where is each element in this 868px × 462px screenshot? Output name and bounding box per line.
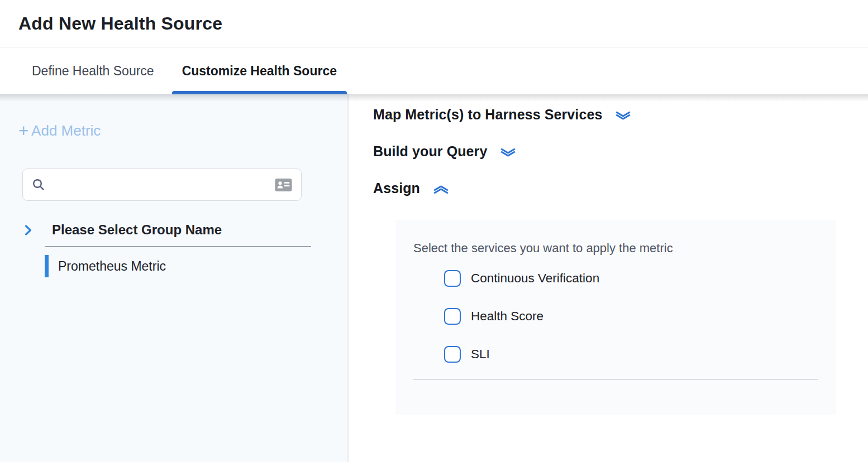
plus-icon: + bbox=[18, 122, 28, 139]
sidebar: + Add Metric bbox=[0, 94, 349, 462]
metric-search-box bbox=[22, 169, 302, 201]
assign-panel: Select the services you want to apply th… bbox=[395, 220, 836, 415]
tab-customize-health-source[interactable]: Customize Health Source bbox=[172, 47, 347, 94]
option-health-score[interactable]: Health Score bbox=[444, 307, 836, 325]
search-input[interactable] bbox=[52, 177, 268, 192]
assign-prompt: Select the services you want to apply th… bbox=[413, 241, 836, 256]
metric-name-label: Prometheus Metric bbox=[58, 259, 166, 274]
option-label: Health Score bbox=[471, 309, 543, 324]
sli-checkbox[interactable] bbox=[444, 346, 461, 363]
group-divider bbox=[45, 246, 311, 247]
section-assign[interactable]: Assign bbox=[373, 180, 868, 196]
panel-divider bbox=[413, 379, 818, 380]
section-build-your-query[interactable]: Build your Query bbox=[373, 143, 868, 160]
option-continuous-verification[interactable]: Continuous Verification bbox=[444, 270, 836, 287]
search-icon bbox=[32, 178, 45, 191]
section-title: Build your Query bbox=[373, 143, 487, 160]
continuous-verification-checkbox[interactable] bbox=[444, 270, 461, 287]
add-metric-label: Add Metric bbox=[31, 122, 101, 139]
tab-define-health-source[interactable]: Define Health Source bbox=[22, 47, 164, 94]
header: Add New Health Source bbox=[0, 0, 868, 47]
page-title: Add New Health Source bbox=[18, 13, 222, 34]
add-metric-button[interactable]: + Add Metric bbox=[18, 122, 101, 139]
chevron-up-icon[interactable] bbox=[432, 184, 450, 195]
option-label: SLI bbox=[471, 347, 490, 362]
option-label: Continuous Verification bbox=[471, 271, 599, 286]
chevron-right-icon[interactable] bbox=[23, 224, 33, 237]
section-title: Map Metric(s) to Harness Services bbox=[373, 107, 602, 123]
metric-group-row[interactable]: Please Select Group Name bbox=[23, 222, 347, 238]
add-health-source-screen: Add New Health Source Define Health Sour… bbox=[0, 0, 868, 462]
health-score-checkbox[interactable] bbox=[444, 308, 461, 325]
section-map-metrics-to-harness-services[interactable]: Map Metric(s) to Harness Services bbox=[373, 107, 868, 123]
chevron-down-icon[interactable] bbox=[499, 147, 517, 158]
content-area: + Add Metric bbox=[0, 94, 868, 462]
selected-indicator-bar bbox=[45, 255, 49, 277]
chevron-down-icon[interactable] bbox=[614, 110, 632, 122]
metric-group-label: Please Select Group Name bbox=[52, 222, 222, 238]
id-card-icon[interactable] bbox=[275, 178, 292, 192]
section-title: Assign bbox=[373, 180, 420, 196]
tab-bar: Define Health Source Customize Health So… bbox=[0, 47, 868, 94]
main-panel: Map Metric(s) to Harness Services Build … bbox=[349, 94, 868, 462]
metric-list-item[interactable]: Prometheus Metric bbox=[45, 255, 347, 277]
option-sli[interactable]: SLI bbox=[444, 345, 836, 363]
